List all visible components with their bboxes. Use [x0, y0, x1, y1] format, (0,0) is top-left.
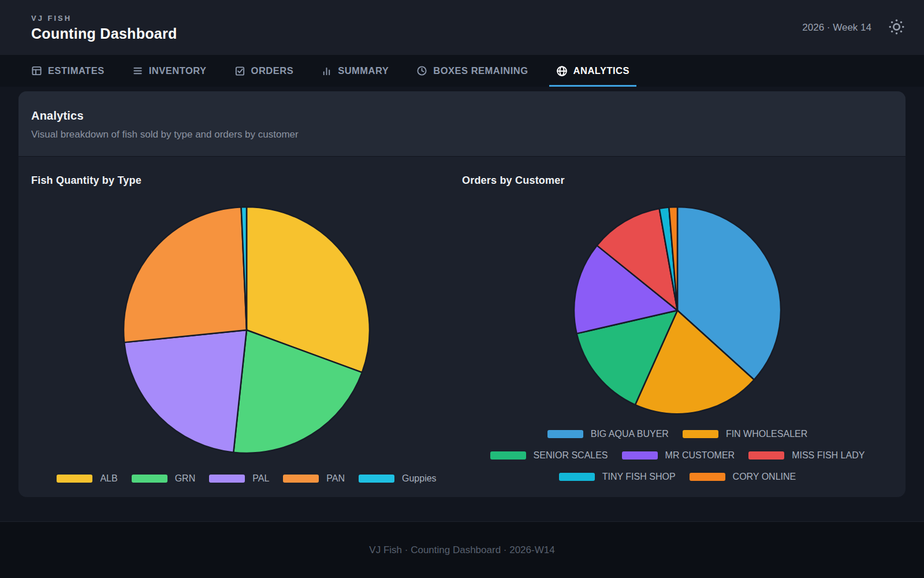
legend-item-senior-scales[interactable]: SENIOR SCALES: [490, 450, 608, 461]
tab-label: INVENTORY: [149, 65, 207, 76]
legend-swatch: [748, 451, 784, 460]
legend-swatch: [57, 475, 92, 483]
clock-icon: [416, 65, 427, 76]
legend-swatch: [622, 451, 658, 460]
tab-label: ESTIMATES: [48, 65, 105, 76]
week-label: 2026 · Week 14: [802, 22, 871, 34]
check-square-icon: [234, 65, 245, 76]
legend-swatch: [490, 451, 526, 460]
globe-icon: [556, 65, 568, 77]
legend-label: BIG AQUA BUYER: [591, 429, 669, 439]
pie-svg: [122, 206, 371, 454]
legend-swatch: [690, 473, 725, 481]
tab-analytics[interactable]: ANALYTICS: [549, 55, 636, 87]
tab-label: ANALYTICS: [573, 65, 629, 76]
legend-label: ALB: [100, 473, 117, 484]
legend-row: SENIOR SCALESMR CUSTOMERMISS FISH LADY: [490, 450, 865, 461]
legend-label: PAL: [252, 473, 269, 484]
tab-label: BOXES REMAINING: [433, 65, 528, 76]
legend-label: PAN: [326, 473, 345, 484]
theme-toggle-button[interactable]: [886, 17, 907, 39]
legend-item-fin-wholesaler[interactable]: FIN WHOLESALER: [683, 429, 807, 439]
legend-label: TINY FISH SHOP: [602, 472, 676, 482]
legend-swatch: [209, 475, 245, 483]
legend-swatch: [132, 475, 167, 483]
tab-orders[interactable]: ORDERS: [228, 55, 301, 87]
legend-label: CORY ONLINE: [733, 472, 796, 482]
legend-label: GRN: [175, 473, 196, 484]
tab-label: SUMMARY: [338, 65, 389, 76]
legend-item-pal[interactable]: PAL: [209, 473, 269, 484]
legend-orders: BIG AQUA BUYERFIN WHOLESALERSENIOR SCALE…: [490, 429, 865, 482]
bar-chart-icon: [321, 65, 332, 76]
pie-slice-pan[interactable]: [124, 207, 247, 342]
header-right: 2026 · Week 14: [802, 17, 907, 39]
legend-item-grn[interactable]: GRN: [132, 473, 196, 484]
app-header: VJ FISH Counting Dashboard 2026 · Week 1…: [0, 0, 924, 55]
legend-row: ALBGRNPALPANGuppies: [57, 473, 436, 484]
sun-icon: [889, 19, 904, 36]
legend-item-cory-online[interactable]: CORY ONLINE: [690, 472, 796, 482]
list-icon: [132, 65, 143, 76]
legend-item-miss-fish-lady[interactable]: MISS FISH LADY: [748, 450, 865, 461]
footer-text: VJ Fish · Counting Dashboard · 2026-W14: [369, 544, 554, 556]
app-footer: VJ Fish · Counting Dashboard · 2026-W14: [0, 521, 924, 578]
legend-swatch: [683, 430, 718, 438]
chart-title: Fish Quantity by Type: [31, 174, 141, 187]
legend-swatch: [359, 475, 394, 483]
pie-svg: [573, 206, 782, 415]
panel-icon: [31, 65, 42, 76]
legend-item-big-aqua-buyer[interactable]: BIG AQUA BUYER: [547, 429, 669, 439]
legend-item-guppies[interactable]: Guppies: [359, 473, 437, 484]
legend-row: BIG AQUA BUYERFIN WHOLESALER: [490, 429, 865, 439]
legend-swatch: [559, 473, 595, 481]
tab-inventory[interactable]: INVENTORY: [125, 55, 214, 87]
orders-by-customer-chart: Orders by Customer BIG AQUA BUYERFIN WHO…: [462, 174, 893, 484]
legend-item-alb[interactable]: ALB: [57, 473, 117, 484]
pie-chart-orders: [573, 206, 782, 415]
legend-label: SENIOR SCALES: [534, 450, 608, 461]
legend-swatch: [547, 430, 583, 438]
card-subtitle: Visual breakdown of fish sold by type an…: [31, 129, 893, 140]
header-left: VJ FISH Counting Dashboard: [31, 14, 177, 41]
legend-item-mr-customer[interactable]: MR CUSTOMER: [622, 450, 735, 461]
legend-label: Guppies: [402, 473, 437, 484]
pie-slice-pal[interactable]: [124, 330, 247, 453]
card-header: Analytics Visual breakdown of fish sold …: [18, 91, 906, 157]
tab-bar: ESTIMATESINVENTORYORDERSSUMMARYBOXES REM…: [0, 55, 924, 87]
legend-item-tiny-fish-shop[interactable]: TINY FISH SHOP: [559, 472, 676, 482]
legend-fish-quantity: ALBGRNPALPANGuppies: [57, 473, 436, 484]
tab-estimates[interactable]: ESTIMATES: [24, 55, 111, 87]
legend-item-pan[interactable]: PAN: [283, 473, 345, 484]
legend-swatch: [283, 475, 319, 483]
page-title: Counting Dashboard: [31, 27, 177, 41]
legend-row: TINY FISH SHOPCORY ONLINE: [490, 472, 865, 482]
tab-label: ORDERS: [251, 65, 294, 76]
card-title: Analytics: [31, 109, 893, 123]
charts-container: Fish Quantity by Type ALBGRNPALPANGuppie…: [18, 157, 906, 484]
chart-title: Orders by Customer: [462, 174, 565, 187]
tab-boxes-remaining[interactable]: BOXES REMAINING: [409, 55, 535, 87]
legend-label: FIN WHOLESALER: [726, 429, 807, 439]
app-root: VJ FISH Counting Dashboard 2026 · Week 1…: [0, 0, 924, 578]
fish-quantity-chart: Fish Quantity by Type ALBGRNPALPANGuppie…: [31, 174, 462, 484]
pie-chart-fish-quantity: [122, 206, 371, 454]
legend-label: MR CUSTOMER: [665, 450, 735, 461]
tab-summary[interactable]: SUMMARY: [314, 55, 396, 87]
brand-label: VJ FISH: [31, 14, 177, 23]
legend-label: MISS FISH LADY: [792, 450, 865, 461]
main-area: Analytics Visual breakdown of fish sold …: [0, 87, 924, 521]
analytics-card: Analytics Visual breakdown of fish sold …: [18, 91, 906, 497]
